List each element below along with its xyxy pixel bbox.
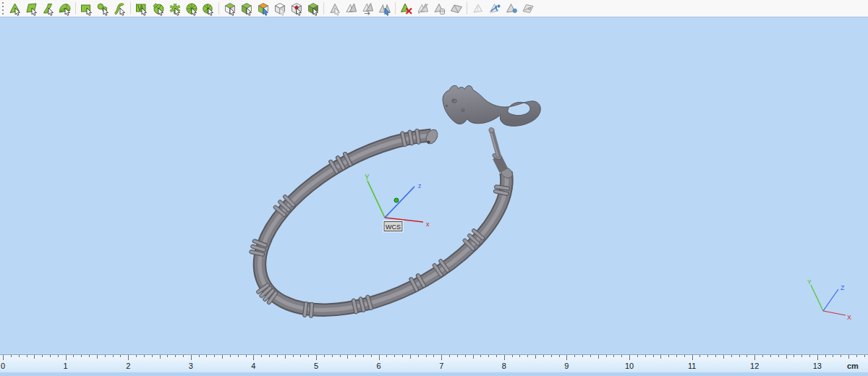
triangle-scribble-blue-icon bbox=[488, 1, 502, 16]
ruler-number: 13 bbox=[813, 362, 822, 370]
ruler-number: 6 bbox=[377, 362, 381, 370]
toolbar-separator bbox=[467, 2, 467, 14]
snake-eye-pupil bbox=[453, 100, 454, 101]
select-pie-slice-cursor-button[interactable] bbox=[150, 1, 166, 17]
select-cube-green-icon bbox=[306, 1, 320, 16]
select-curve-cursor-icon bbox=[113, 1, 127, 16]
select-mesh-cursor-icon bbox=[135, 1, 149, 16]
toolbar-separator bbox=[218, 2, 219, 14]
select-star-cursor-icon bbox=[168, 1, 182, 16]
select-disc-sectors-cursor-icon bbox=[184, 1, 199, 16]
wcs-y-label: Y bbox=[365, 174, 370, 181]
select-blobs-cursor-icon bbox=[96, 1, 111, 16]
plane-fold-button[interactable] bbox=[448, 1, 464, 17]
select-curved-face-cursor-button[interactable] bbox=[40, 1, 56, 17]
plane-fold-icon bbox=[449, 1, 464, 16]
select-cube-red-pin-button[interactable] bbox=[288, 1, 305, 17]
ruler-number: 8 bbox=[502, 362, 506, 370]
horizontal-ruler: 012345678910111213 cm bbox=[0, 354, 868, 376]
selection-toolbar bbox=[0, 0, 868, 17]
select-triangle-delete-icon bbox=[399, 1, 414, 16]
wcs-label-text: WCS bbox=[386, 223, 401, 231]
select-disc-cursor-icon bbox=[201, 1, 216, 16]
select-cube-green-top-icon bbox=[223, 1, 237, 16]
deselect-triangle-gray-button[interactable] bbox=[326, 1, 343, 17]
select-disc-sectors-cursor-button[interactable] bbox=[183, 1, 200, 17]
select-cube-green-top-button[interactable] bbox=[221, 1, 238, 17]
toolbar-separator bbox=[323, 2, 324, 14]
select-cube-green-side-button[interactable] bbox=[238, 1, 255, 17]
triangles-mirror-blue-cursor-button[interactable] bbox=[376, 1, 393, 17]
deselect-triangle-gray-icon bbox=[328, 1, 342, 16]
ruler-number: 11 bbox=[688, 362, 696, 370]
triangles-fold-hidden-icon bbox=[416, 1, 430, 16]
triad-z-label: Z bbox=[841, 284, 845, 291]
application-window: Y z x WCS Y Z X 012345678910111213 cm bbox=[0, 0, 868, 376]
select-cube-green-side-icon bbox=[239, 1, 254, 16]
select-cube-red-pin-icon bbox=[289, 1, 304, 16]
wcs-y-axis bbox=[367, 181, 385, 218]
select-triangle-cursor-button[interactable] bbox=[7, 1, 23, 17]
triangles-fold-arrow-icon bbox=[361, 1, 375, 16]
triangles-fold-arrow-button[interactable] bbox=[359, 1, 376, 17]
triangles-mirror-blue-cursor-icon bbox=[378, 1, 392, 16]
triangle-ghost-icon bbox=[471, 1, 485, 16]
viewport-3d[interactable]: Y z x WCS Y Z X bbox=[0, 17, 868, 354]
triangles-fold-button[interactable] bbox=[343, 1, 359, 17]
snake-head[interactable] bbox=[443, 85, 540, 126]
triangle-scribble-blue-button[interactable] bbox=[486, 1, 503, 17]
toolbar-separator bbox=[130, 2, 131, 14]
select-quad-cursor-icon bbox=[25, 1, 39, 16]
triangle-ghost-button[interactable] bbox=[469, 1, 486, 17]
select-cube-orange-top-button[interactable] bbox=[255, 1, 271, 17]
orientation-triad: Y Z X bbox=[807, 278, 851, 321]
snake-nostril bbox=[446, 105, 448, 107]
triangle-grab-icon bbox=[433, 1, 447, 16]
select-shell-cursor-button[interactable] bbox=[56, 1, 73, 17]
select-curve-cursor-button[interactable] bbox=[111, 1, 128, 17]
ruler-unit-label: cm bbox=[847, 362, 859, 370]
ruler-number: 9 bbox=[564, 362, 569, 370]
ruler-number: 0 bbox=[1, 362, 5, 370]
select-quad-cursor-button[interactable] bbox=[23, 1, 40, 17]
select-cube-green-button[interactable] bbox=[305, 1, 321, 17]
ruler-number: 3 bbox=[189, 362, 193, 370]
plane-diagonal-icon bbox=[521, 1, 535, 16]
wcs-z-axis bbox=[385, 187, 414, 218]
select-triangle-delete-button[interactable] bbox=[398, 1, 414, 17]
select-pie-slice-cursor-icon bbox=[151, 1, 166, 16]
select-disc-cursor-button[interactable] bbox=[200, 1, 216, 17]
clasp-pin[interactable] bbox=[488, 127, 514, 180]
select-cube-pale-button[interactable] bbox=[271, 1, 288, 17]
wcs-triad[interactable]: Y z x WCS bbox=[365, 174, 430, 232]
select-curved-face-cursor-icon bbox=[41, 1, 56, 16]
bracelet-ring-segments[interactable] bbox=[249, 129, 510, 318]
wcs-origin-point[interactable] bbox=[394, 198, 399, 202]
ruler-number: 2 bbox=[126, 362, 130, 370]
triangle-grab-button[interactable] bbox=[431, 1, 448, 17]
toolbar-grip-handle[interactable] bbox=[1, 2, 4, 15]
ruler-number: 4 bbox=[251, 362, 255, 370]
select-cube-orange-top-icon bbox=[256, 1, 271, 16]
ruler-number: 10 bbox=[625, 362, 634, 370]
snake-jaw-stud bbox=[461, 109, 464, 112]
triangle-blue-dot-button[interactable] bbox=[503, 1, 519, 17]
select-rectangle-cursor-button[interactable] bbox=[78, 1, 95, 17]
wcs-x-label: x bbox=[426, 221, 430, 228]
select-cube-pale-icon bbox=[273, 1, 287, 16]
select-star-cursor-button[interactable] bbox=[166, 1, 183, 17]
triad-y-label: Y bbox=[807, 278, 812, 286]
plane-diagonal-button[interactable] bbox=[519, 1, 536, 17]
select-shell-cursor-icon bbox=[58, 1, 72, 16]
ruler-number: 12 bbox=[750, 362, 759, 370]
select-rectangle-cursor-icon bbox=[80, 1, 94, 16]
select-blobs-cursor-button[interactable] bbox=[95, 1, 111, 17]
end-cap-hole bbox=[427, 140, 430, 143]
triangle-blue-dot-icon bbox=[504, 1, 519, 16]
ruler-number: 1 bbox=[64, 362, 68, 370]
ruler-number: 7 bbox=[439, 362, 443, 370]
triangles-fold-icon bbox=[344, 1, 359, 16]
select-mesh-cursor-button[interactable] bbox=[133, 1, 150, 17]
triangles-fold-hidden-button[interactable] bbox=[414, 1, 431, 17]
wcs-z-label: z bbox=[418, 182, 422, 189]
